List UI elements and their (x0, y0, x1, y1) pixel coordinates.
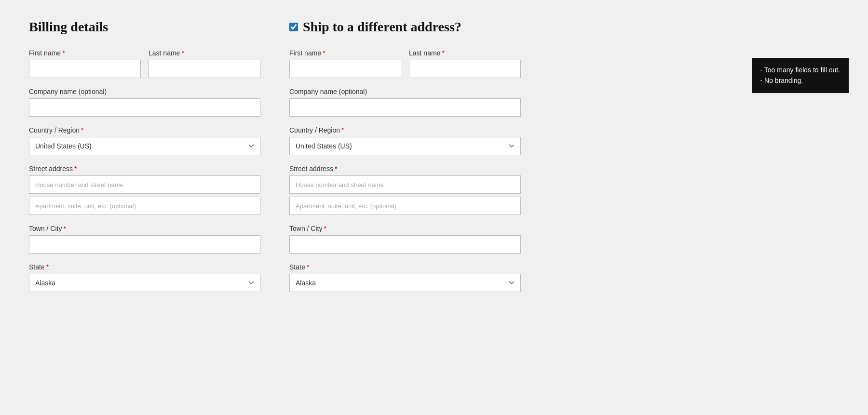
ship-to-different-checkbox[interactable] (289, 23, 298, 31)
shipping-state-group: State* Alaska (289, 263, 521, 292)
shipping-last-name-input[interactable] (409, 60, 521, 78)
required-star: * (341, 126, 344, 134)
shipping-last-name-group: Last name* (409, 49, 521, 78)
shipping-street-inputs (289, 175, 521, 215)
shipping-country-label: Country / Region* (289, 126, 521, 134)
billing-street-label: Street address* (29, 165, 260, 173)
tooltip-line2: - No branding. (760, 75, 840, 86)
billing-company-label: Company name (optional) (29, 88, 260, 95)
shipping-street-label: Street address* (289, 165, 521, 173)
billing-state-group: State* Alaska (29, 263, 260, 292)
required-star: * (81, 126, 83, 134)
shipping-company-group: Company name (optional) (289, 88, 521, 117)
billing-country-select[interactable]: United States (US) (29, 137, 260, 155)
ship-to-different-title: Ship to a different address? (303, 19, 461, 35)
shipping-street-input[interactable] (289, 175, 521, 194)
billing-city-input[interactable] (29, 235, 260, 254)
required-star: * (74, 165, 77, 173)
billing-street-inputs (29, 175, 260, 215)
billing-street-input[interactable] (29, 175, 260, 194)
required-star: * (323, 49, 325, 57)
shipping-country-select[interactable]: United States (US) (289, 137, 521, 155)
required-star: * (442, 49, 444, 57)
shipping-first-name-label: First name* (289, 49, 401, 57)
shipping-company-label: Company name (optional) (289, 88, 521, 95)
shipping-name-row: First name* Last name* (289, 49, 521, 78)
billing-last-name-label: Last name* (149, 49, 260, 57)
billing-company-input[interactable] (29, 98, 260, 117)
ship-header: Ship to a different address? (289, 19, 521, 35)
required-star: * (63, 225, 66, 232)
tooltip-line1: - Too many fields to fill out. (760, 65, 840, 75)
shipping-country-group: Country / Region* United States (US) (289, 126, 521, 155)
shipping-state-select[interactable]: Alaska (289, 274, 521, 292)
shipping-apt-input[interactable] (289, 197, 521, 215)
shipping-first-name-input[interactable] (289, 60, 401, 78)
billing-first-name-group: First name* (29, 49, 141, 78)
billing-last-name-input[interactable] (149, 60, 260, 78)
billing-apt-input[interactable] (29, 197, 260, 215)
billing-state-select[interactable]: Alaska (29, 274, 260, 292)
billing-country-group: Country / Region* United States (US) (29, 126, 260, 155)
shipping-city-label: Town / City* (289, 225, 521, 232)
billing-name-row: First name* Last name* (29, 49, 260, 78)
page-container: Billing details First name* Last name* C… (0, 0, 868, 321)
billing-state-label: State* (29, 263, 260, 271)
required-star: * (335, 165, 337, 173)
shipping-section: Ship to a different address? First name*… (289, 19, 521, 302)
billing-first-name-input[interactable] (29, 60, 141, 78)
shipping-first-name-group: First name* (289, 49, 401, 78)
required-star: * (307, 263, 309, 271)
shipping-company-input[interactable] (289, 98, 521, 117)
shipping-city-group: Town / City* (289, 225, 521, 254)
billing-last-name-group: Last name* (149, 49, 260, 78)
billing-section: Billing details First name* Last name* C… (29, 19, 260, 302)
shipping-state-label: State* (289, 263, 521, 271)
billing-street-group: Street address* (29, 165, 260, 215)
billing-country-label: Country / Region* (29, 126, 260, 134)
shipping-city-input[interactable] (289, 235, 521, 254)
required-star: * (62, 49, 65, 57)
billing-first-name-label: First name* (29, 49, 141, 57)
tooltip-box: - Too many fields to fill out. - No bran… (752, 58, 849, 93)
required-star: * (46, 263, 49, 271)
billing-company-group: Company name (optional) (29, 88, 260, 117)
shipping-last-name-label: Last name* (409, 49, 521, 57)
required-star: * (181, 49, 184, 57)
billing-title: Billing details (29, 19, 260, 35)
shipping-street-group: Street address* (289, 165, 521, 215)
billing-city-label: Town / City* (29, 225, 260, 232)
billing-city-group: Town / City* (29, 225, 260, 254)
required-star: * (324, 225, 326, 232)
